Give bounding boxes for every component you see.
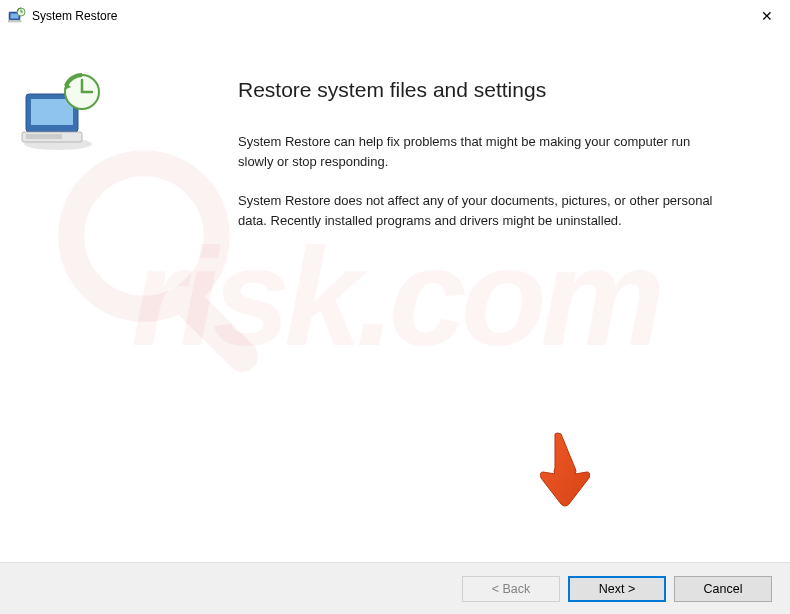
page-heading: Restore system files and settings [238,78,750,102]
titlebar: System Restore ✕ [0,0,790,32]
svg-rect-5 [169,283,265,379]
description-para-2: System Restore does not affect any of yo… [238,191,728,230]
svg-rect-8 [31,99,73,125]
wizard-graphic [20,72,105,152]
cancel-button[interactable]: Cancel [674,576,772,602]
wizard-button-row: < Back Next > Cancel [0,562,790,614]
main-content: Restore system files and settings System… [238,78,750,250]
back-button: < Back [462,576,560,602]
description-para-1: System Restore can help fix problems tha… [238,132,728,171]
content-area: risk.com Restore system files and settin… [0,32,790,562]
svg-rect-10 [26,134,62,139]
next-button[interactable]: Next > [568,576,666,602]
system-restore-icon [8,7,26,25]
close-icon: ✕ [761,8,773,24]
annotation-arrow-icon [535,430,595,512]
window-title: System Restore [32,9,117,23]
titlebar-left: System Restore [8,7,117,25]
svg-point-4 [71,163,217,309]
close-button[interactable]: ✕ [744,0,790,32]
svg-rect-2 [8,20,21,22]
